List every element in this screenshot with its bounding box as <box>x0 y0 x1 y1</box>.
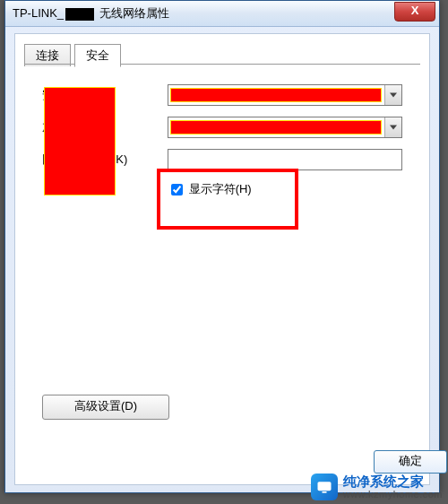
redaction-bar <box>44 87 116 196</box>
input-network-key[interactable] <box>168 149 402 170</box>
redaction-bar <box>170 88 382 102</box>
window-title: TP-LINK_ 无线网络属性 <box>13 5 169 22</box>
tab-security[interactable]: 安全 <box>74 44 121 67</box>
chevron-down-icon[interactable] <box>384 117 401 137</box>
row-network-key: 网络安全密钥(K) <box>42 149 402 170</box>
dialog-body: 连接 安全 安全类型(E)： 加密类型(N)： <box>14 33 430 485</box>
combo-encryption-type[interactable] <box>168 117 402 138</box>
security-form: 安全类型(E)： 加密类型(N)： <box>42 84 402 198</box>
checkbox-show-chars[interactable] <box>171 184 183 196</box>
tab-strip: 连接 安全 <box>24 43 420 65</box>
label-show-chars: 显示字符(H) <box>189 182 252 196</box>
redacted-ssid <box>65 8 94 21</box>
ok-button[interactable]: 确定 <box>374 450 447 474</box>
close-button[interactable]: X <box>394 2 435 22</box>
dialog-window: TP-LINK_ 无线网络属性 X 连接 安全 安全类型(E)： <box>4 0 440 493</box>
redaction-bar <box>170 120 382 135</box>
dialog-footer: 确定 <box>374 450 429 477</box>
row-show-chars: 显示字符(H) <box>168 181 402 198</box>
combo-security-type[interactable] <box>168 84 402 106</box>
chevron-down-icon[interactable] <box>384 85 401 105</box>
advanced-settings-button[interactable]: 高级设置(D) <box>42 395 169 420</box>
close-icon: X <box>411 4 419 17</box>
titlebar[interactable]: TP-LINK_ 无线网络属性 X <box>5 1 439 27</box>
